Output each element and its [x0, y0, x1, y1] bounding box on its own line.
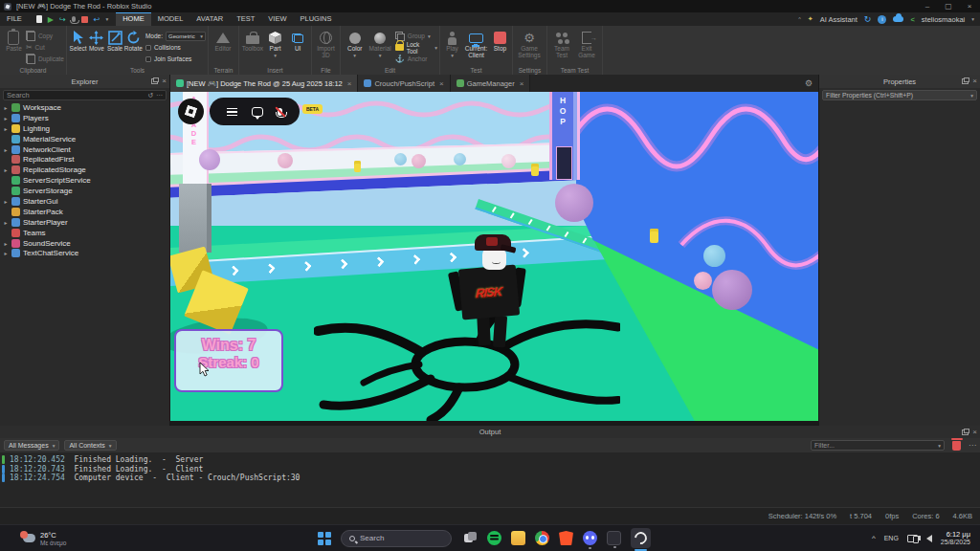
- info-icon[interactable]: i: [878, 15, 886, 24]
- messages-filter-dropdown[interactable]: All Messages ▾: [4, 440, 59, 451]
- document-icon[interactable]: [36, 15, 42, 23]
- part-button[interactable]: Part ▾: [264, 28, 287, 58]
- tray-expand-icon[interactable]: ^: [872, 534, 876, 542]
- explorer-item-networkclient[interactable]: ▸NetworkClient: [0, 144, 169, 155]
- output-filter-input[interactable]: [814, 442, 938, 449]
- properties-float-icon[interactable]: [962, 78, 969, 84]
- mic-muted-icon[interactable]: [278, 108, 282, 116]
- chat-icon[interactable]: [252, 107, 263, 117]
- paste-button[interactable]: Paste: [2, 28, 26, 53]
- explorer-item-starterplayer[interactable]: ▸StarterPlayer: [0, 217, 169, 228]
- explorer-item-materialservice[interactable]: MaterialService: [0, 134, 169, 144]
- anchor-button[interactable]: ⚓ Anchor: [395, 54, 437, 64]
- cut-button[interactable]: ✂ Cut: [26, 42, 64, 53]
- app-icon[interactable]: [607, 531, 621, 545]
- collisions-checkbox[interactable]: Collisions: [145, 42, 206, 53]
- team-test-button[interactable]: Team Test: [549, 28, 574, 59]
- explorer-item-replicatedstorage[interactable]: ▸ReplicatedStorage: [0, 165, 169, 175]
- explorer-item-serverstorage[interactable]: ServerStorage: [0, 186, 169, 196]
- devices-icon[interactable]: [907, 535, 918, 542]
- properties-filter[interactable]: Filter Properties (Ctrl+Shift+P) ▾: [822, 90, 977, 100]
- menu-tab-avatar[interactable]: AVATAR: [189, 12, 230, 26]
- explorer-item-starterpack[interactable]: StarterPack: [0, 207, 169, 217]
- close-button[interactable]: ×: [959, 0, 980, 12]
- explorer-item-startergui[interactable]: ▸StarterGui: [0, 196, 169, 207]
- move-tool-button[interactable]: Move: [87, 28, 105, 53]
- explorer-item-serverscriptservice[interactable]: ServerScriptService: [0, 175, 169, 186]
- history-icon[interactable]: ↺: [147, 92, 153, 99]
- run-icon[interactable]: ▶: [48, 15, 54, 24]
- properties-close-icon[interactable]: ×: [972, 77, 977, 85]
- clock[interactable]: 6:12 μμ 25/8/2025: [941, 531, 970, 546]
- tab-close-icon[interactable]: ×: [439, 79, 444, 88]
- duplicate-button[interactable]: Duplicate: [26, 54, 64, 64]
- explorer-search[interactable]: ↺ ⋯: [3, 90, 167, 100]
- minimize-button[interactable]: –: [917, 0, 938, 12]
- spotify-icon[interactable]: [487, 531, 501, 545]
- stop-icon[interactable]: [81, 16, 88, 23]
- color-button[interactable]: Color ▾: [343, 28, 367, 58]
- roblox-menu-button[interactable]: [178, 99, 204, 124]
- ui-button[interactable]: UI: [286, 28, 309, 53]
- taskbar-search-input[interactable]: [360, 534, 443, 542]
- output-close-icon[interactable]: ×: [972, 429, 977, 436]
- mode-dropdown[interactable]: Geometric ▾: [166, 32, 206, 41]
- mic-icon[interactable]: [72, 16, 76, 22]
- explorer-item-lighting[interactable]: ▸Lighting: [0, 123, 169, 134]
- stop-button[interactable]: Stop: [490, 28, 510, 53]
- maximize-button[interactable]: ▢: [938, 0, 959, 12]
- redo-icon[interactable]: ↪: [59, 15, 66, 24]
- undo-icon[interactable]: ↩: [94, 15, 100, 24]
- rotate-tool-button[interactable]: Rotate: [124, 28, 143, 53]
- language-indicator[interactable]: ENG: [884, 535, 899, 541]
- explorer-item-replicatedfirst[interactable]: ReplicatedFirst: [0, 154, 169, 165]
- tab-place[interactable]: [NEW 🎮] Dodge The Rod @ 25 Aug 2025 18:1…: [170, 75, 358, 92]
- weather-widget[interactable]: 26°C Με άνεμο: [0, 531, 115, 546]
- task-view-icon[interactable]: [463, 531, 478, 545]
- output-more-icon[interactable]: ⋯: [969, 441, 976, 450]
- clear-output-icon[interactable]: [952, 441, 961, 451]
- viewport-settings-gear-icon[interactable]: ⚙: [805, 78, 818, 88]
- explorer-item-textchatservice[interactable]: ▸TextChatService: [0, 248, 169, 258]
- menu-tab-home[interactable]: HOME: [116, 12, 151, 26]
- material-button[interactable]: Material ▾: [367, 28, 392, 58]
- current-client-button[interactable]: Current: Client: [462, 28, 490, 59]
- more-icon[interactable]: ⋯: [156, 92, 163, 99]
- ai-assistant-button[interactable]: AI Assistant: [820, 15, 858, 24]
- file-explorer-icon[interactable]: [511, 531, 525, 545]
- cloud-icon[interactable]: [893, 16, 903, 22]
- game-menu-icon[interactable]: [227, 108, 237, 116]
- terrain-editor-button[interactable]: Editor: [211, 28, 235, 53]
- output-log-list[interactable]: 18:12:20.452 Finished Loading. - Server …: [0, 452, 980, 486]
- speaker-icon[interactable]: [926, 535, 932, 542]
- menu-tab-plugins[interactable]: PLUGINS: [293, 12, 338, 26]
- mode-selector[interactable]: Mode: Geometric ▾: [145, 31, 206, 41]
- menu-file[interactable]: FILE: [0, 12, 29, 26]
- explorer-float-icon[interactable]: [151, 78, 158, 84]
- explorer-item-players[interactable]: ▸Players: [0, 113, 169, 123]
- scale-tool-button[interactable]: Scale: [105, 28, 123, 53]
- explorer-item-teams[interactable]: Teams: [0, 228, 169, 238]
- toolbox-button[interactable]: Toolbox: [241, 28, 264, 53]
- brave-icon[interactable]: [559, 531, 573, 545]
- explorer-item-workspace[interactable]: ▸Workspace: [0, 102, 169, 113]
- contexts-filter-dropdown[interactable]: All Contexts ▾: [64, 440, 116, 451]
- menu-tab-view[interactable]: VIEW: [261, 12, 293, 26]
- tab-close-icon[interactable]: ×: [347, 79, 352, 88]
- output-filter[interactable]: ▾: [811, 440, 945, 451]
- game-viewport[interactable]: HOP ARCADE: [170, 92, 818, 421]
- import-3d-button[interactable]: Import 3D: [314, 28, 338, 59]
- chrome-icon[interactable]: [535, 531, 549, 545]
- roblox-studio-taskbar-icon[interactable]: [631, 528, 651, 548]
- quickbar-dropdown-icon[interactable]: ▾: [105, 16, 108, 22]
- explorer-search-input[interactable]: [7, 91, 145, 99]
- explorer-item-soundservice[interactable]: ▸SoundService: [0, 238, 169, 249]
- username[interactable]: steliosmaokai: [922, 15, 965, 24]
- tab-crouch-pushscript[interactable]: Crouch/PushScript ×: [358, 75, 450, 92]
- taskbar-search[interactable]: [341, 530, 452, 547]
- join-surfaces-checkbox[interactable]: Join Surfaces: [145, 54, 206, 64]
- tab-gamemanager[interactable]: GameManager ×: [451, 75, 531, 92]
- tab-close-icon[interactable]: ×: [520, 79, 524, 88]
- menu-tab-test[interactable]: TEST: [230, 12, 261, 26]
- output-float-icon[interactable]: [962, 430, 969, 435]
